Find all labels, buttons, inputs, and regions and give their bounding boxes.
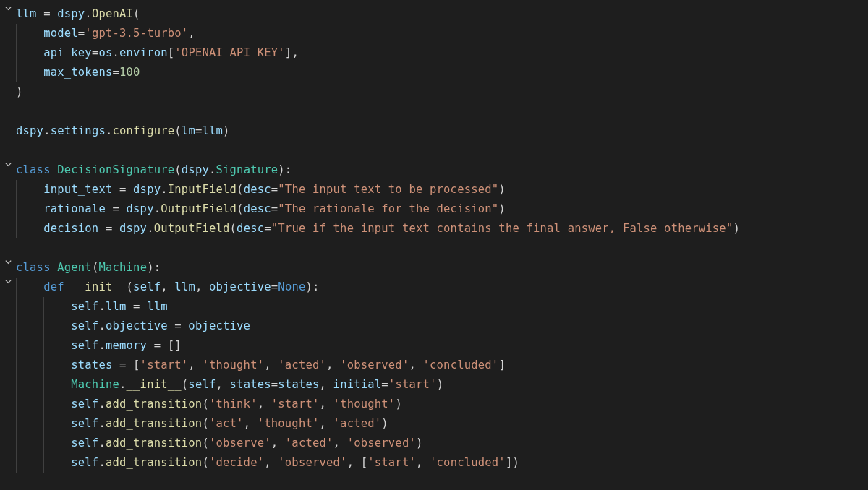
code-line[interactable]: class Agent(Machine): — [0, 258, 868, 278]
token-var: decision — [43, 222, 98, 235]
token-op: ( — [202, 397, 209, 411]
token-op: ) — [381, 417, 388, 430]
token-str: 'start' — [367, 456, 416, 469]
code-content[interactable]: rationale = dspy.OutputField(desc="The r… — [16, 199, 868, 219]
code-line[interactable]: self.add_transition('act', 'thought', 'a… — [0, 414, 868, 434]
fold-chevron-down-icon[interactable] — [0, 278, 16, 285]
code-line[interactable]: self.add_transition('think', 'start', 't… — [0, 395, 868, 414]
code-content[interactable]: self.add_transition('decide', 'observed'… — [16, 453, 868, 473]
token-op: , — [161, 280, 174, 293]
code-line[interactable]: Machine.__init__(self, states=states, in… — [0, 375, 868, 395]
fold-chevron-down-icon[interactable] — [0, 160, 16, 168]
token-op: ) — [498, 183, 506, 196]
token-op: . — [98, 397, 106, 411]
code-content[interactable]: def __init__(self, llm, objective=None): — [16, 278, 868, 297]
token-fn: __init__ — [127, 378, 182, 391]
token-str: 'think' — [209, 397, 258, 411]
indent-whitespace — [16, 27, 43, 40]
code-line[interactable]: self.llm = llm — [0, 297, 868, 317]
indent-guide — [16, 278, 17, 297]
token-var: environ — [119, 46, 168, 59]
token-str: 'act' — [209, 417, 244, 430]
indent-guide — [43, 297, 44, 317]
token-var: desc — [244, 202, 271, 215]
indent-guide — [16, 43, 17, 63]
code-content[interactable]: max_tokens=100 — [16, 63, 868, 82]
code-line[interactable]: self.memory = [] — [0, 336, 868, 356]
token-cls: DecisionSignature — [57, 163, 174, 176]
token-str: 'thought' — [202, 358, 264, 371]
code-content[interactable]: class Agent(Machine): — [16, 258, 868, 278]
fold-chevron-down-icon[interactable] — [0, 4, 16, 12]
token-str: "True if the input text contains the fin… — [271, 222, 733, 235]
code-line[interactable]: self.add_transition('observe', 'acted', … — [0, 434, 868, 453]
code-line[interactable]: def __init__(self, llm, objective=None): — [0, 278, 868, 297]
code-content[interactable]: self.add_transition('observe', 'acted', … — [16, 434, 868, 453]
token-prop: objective — [106, 319, 168, 332]
code-content[interactable]: self.llm = llm — [16, 297, 868, 317]
indent-guide — [43, 356, 44, 375]
code-content[interactable]: decision = dspy.OutputField(desc="True i… — [16, 219, 868, 238]
code-line[interactable]: api_key=os.environ['OPENAI_API_KEY'], — [0, 43, 868, 63]
token-var: lm — [182, 124, 195, 137]
code-line[interactable] — [0, 141, 868, 160]
indent-guide — [16, 63, 17, 82]
token-op: , — [416, 456, 430, 469]
code-line[interactable]: states = ['start', 'thought', 'acted', '… — [0, 356, 868, 375]
token-self: self — [71, 300, 98, 313]
token-op: = — [381, 378, 388, 391]
code-content[interactable]: llm = dspy.OpenAI( — [16, 4, 868, 24]
code-line[interactable]: model='gpt-3.5-turbo', — [0, 24, 868, 43]
code-content[interactable]: class DecisionSignature(dspy.Signature): — [16, 160, 868, 180]
indent-whitespace — [16, 222, 43, 235]
token-op: , — [271, 437, 285, 450]
token-var: dspy — [182, 163, 209, 176]
token-str: 'thought' — [333, 397, 396, 411]
code-content[interactable]: input_text = dspy.InputField(desc="The i… — [16, 180, 868, 199]
code-content[interactable]: self.add_transition('think', 'start', 't… — [16, 395, 868, 414]
code-line[interactable]: max_tokens=100 — [0, 63, 868, 82]
code-editor[interactable]: llm = dspy.OpenAI( model='gpt-3.5-turbo'… — [0, 4, 868, 473]
code-content[interactable]: self.objective = objective — [16, 317, 868, 336]
indent-guide — [43, 453, 44, 473]
code-line[interactable] — [0, 238, 868, 258]
code-line[interactable]: input_text = dspy.InputField(desc="The i… — [0, 180, 868, 199]
token-str: 'OPENAI_API_KEY' — [174, 46, 285, 59]
code-content[interactable]: states = ['start', 'thought', 'acted', '… — [16, 356, 868, 375]
code-content[interactable]: api_key=os.environ['OPENAI_API_KEY'], — [16, 43, 868, 63]
token-op: ( — [237, 183, 244, 196]
token-op: ( — [182, 378, 189, 391]
code-line[interactable]: self.objective = objective — [0, 317, 868, 336]
token-op: = — [127, 300, 148, 313]
code-line[interactable]: class DecisionSignature(dspy.Signature): — [0, 160, 868, 180]
code-line[interactable]: decision = dspy.OutputField(desc="True i… — [0, 219, 868, 238]
token-op: , — [258, 397, 271, 411]
code-line[interactable]: rationale = dspy.OutputField(desc="The r… — [0, 199, 868, 219]
indent-guide — [16, 414, 17, 434]
indent-guide — [16, 199, 17, 219]
token-op: = — [92, 46, 99, 59]
code-content[interactable]: ) — [16, 82, 868, 102]
token-op: = [] — [147, 339, 182, 352]
token-fn: add_transition — [106, 397, 202, 411]
code-content[interactable]: dspy.settings.configure(lm=llm) — [16, 121, 868, 141]
code-content[interactable]: Machine.__init__(self, states=states, in… — [16, 375, 868, 395]
code-line[interactable]: ) — [0, 82, 868, 102]
code-line[interactable]: dspy.settings.configure(lm=llm) — [0, 121, 868, 141]
code-line[interactable]: llm = dspy.OpenAI( — [0, 4, 868, 24]
token-op: . — [209, 163, 216, 176]
fold-chevron-down-icon[interactable] — [0, 258, 16, 266]
token-var: objective — [209, 280, 271, 293]
indent-guide — [16, 453, 17, 473]
token-op: ( — [202, 437, 209, 450]
token-kw: class — [16, 163, 51, 176]
token-self: self — [71, 397, 98, 411]
code-content[interactable]: self.add_transition('act', 'thought', 'a… — [16, 414, 868, 434]
token-fn: configure — [113, 124, 175, 137]
code-content[interactable]: model='gpt-3.5-turbo', — [16, 24, 868, 43]
code-line[interactable]: self.add_transition('decide', 'observed'… — [0, 453, 868, 473]
code-content[interactable]: self.memory = [] — [16, 336, 868, 356]
code-line[interactable] — [0, 102, 868, 121]
token-op: ) — [498, 202, 506, 215]
token-var: llm — [202, 124, 223, 137]
